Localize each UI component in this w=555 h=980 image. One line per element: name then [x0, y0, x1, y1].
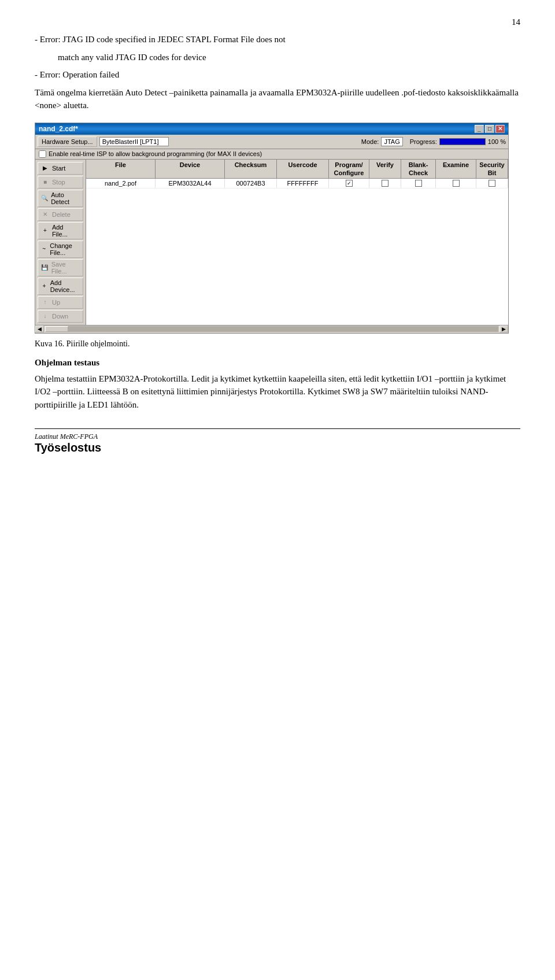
- error-line-3: - Error: Operation failed: [35, 68, 520, 82]
- col-examine: Examine: [436, 160, 476, 179]
- down-label: Down: [52, 313, 68, 320]
- delete-button[interactable]: ✕ Delete: [38, 208, 83, 221]
- mode-value: JTAG: [381, 137, 402, 146]
- cell-file: nand_2.pof: [86, 179, 156, 188]
- auto-detect-icon: 🔍: [40, 194, 49, 203]
- blank-check-checkbox[interactable]: [415, 180, 422, 187]
- page-number: 14: [35, 17, 520, 27]
- progress-bar-container: 100 %: [439, 138, 506, 145]
- table-row: nand_2.pof EPM3032AL44 000724B3 FFFFFFFF…: [86, 179, 508, 188]
- cell-program[interactable]: ✓: [329, 179, 369, 188]
- scroll-thumb[interactable]: [45, 326, 68, 332]
- paragraph-2: Ohjelma testattiin EPM3032A-Protokortill…: [35, 372, 520, 412]
- col-security: Security Bit: [476, 160, 508, 179]
- horizontal-scrollbar[interactable]: ◀ ▶: [35, 325, 508, 333]
- col-device: Device: [156, 160, 225, 179]
- down-icon: ↓: [40, 312, 50, 321]
- cell-security[interactable]: [476, 179, 508, 188]
- up-label: Up: [52, 299, 60, 306]
- main-area: ▶ Start ■ Stop 🔍 Auto Detect ✕ Delete + …: [35, 160, 508, 325]
- change-file-icon: ~: [40, 245, 47, 254]
- add-device-button[interactable]: + Add Device...: [38, 278, 83, 295]
- cell-blank-check[interactable]: [401, 179, 436, 188]
- cell-verify[interactable]: [369, 179, 401, 188]
- col-usercode: Usercode: [277, 160, 329, 179]
- save-file-label: Save File...: [51, 261, 80, 275]
- window-titlebar: nand_2.cdf* _ □ ✕: [35, 123, 508, 135]
- progress-bar: [439, 138, 486, 145]
- hardware-setup-button[interactable]: Hardware Setup...: [38, 136, 97, 147]
- col-checksum: Checksum: [225, 160, 277, 179]
- scroll-track[interactable]: [45, 326, 498, 332]
- progress-value: 100 %: [488, 138, 506, 145]
- add-file-label: Add File...: [52, 224, 80, 238]
- cell-examine[interactable]: [436, 179, 476, 188]
- add-device-icon: +: [40, 282, 48, 291]
- verify-checkbox[interactable]: [382, 180, 388, 187]
- screenshot-window: nand_2.cdf* _ □ ✕ Hardware Setup... Byte…: [35, 123, 509, 334]
- start-button[interactable]: ▶ Start: [38, 162, 83, 175]
- change-file-label: Change File...: [50, 242, 80, 256]
- delete-label: Delete: [52, 211, 71, 218]
- footer-label: Laatinut MeRC-FPGA: [35, 432, 520, 441]
- side-panel: ▶ Start ■ Stop 🔍 Auto Detect ✕ Delete + …: [35, 160, 86, 325]
- change-file-button[interactable]: ~ Change File...: [38, 241, 83, 258]
- cell-device: EPM3032AL44: [156, 179, 225, 188]
- security-checkbox[interactable]: [489, 180, 495, 187]
- scroll-right-button[interactable]: ▶: [500, 326, 508, 332]
- blaster-dropdown[interactable]: ByteBlasterII [LPT1]: [99, 137, 169, 146]
- error-line-1: - Error: JTAG ID code specified in JEDEC…: [35, 33, 520, 46]
- error-line-2: match any valid JTAG ID codes for device: [35, 51, 520, 64]
- toolbar-row: Hardware Setup... ByteBlasterII [LPT1] M…: [35, 135, 508, 149]
- isp-checkbox[interactable]: [39, 150, 46, 158]
- footer-title: Työselostus: [35, 441, 520, 454]
- window-title: nand_2.cdf*: [39, 125, 78, 133]
- stop-label: Stop: [52, 179, 65, 186]
- window-controls[interactable]: _ □ ✕: [475, 125, 505, 133]
- cell-usercode: FFFFFFFF: [277, 179, 329, 188]
- examine-checkbox[interactable]: [453, 180, 460, 187]
- down-button[interactable]: ↓ Down: [38, 310, 83, 323]
- save-file-button[interactable]: 💾 Save File...: [38, 259, 83, 276]
- up-button[interactable]: ↑ Up: [38, 296, 83, 309]
- save-file-icon: 💾: [40, 263, 49, 272]
- stop-icon: ■: [40, 177, 50, 187]
- auto-detect-button[interactable]: 🔍 Auto Detect: [38, 190, 83, 207]
- content-panel: File Device Checksum Usercode Program/ C…: [86, 160, 508, 325]
- minimize-button[interactable]: _: [475, 125, 484, 133]
- close-button[interactable]: ✕: [495, 125, 505, 133]
- cell-checksum: 000724B3: [225, 179, 277, 188]
- col-blank-check: Blank- Check: [401, 160, 436, 179]
- paragraph-1: Tämä ongelma kierretään Auto Detect –pai…: [35, 86, 520, 112]
- scroll-left-button[interactable]: ◀: [35, 326, 44, 332]
- caption: Kuva 16. Piirille ohjelmointi.: [35, 339, 520, 349]
- up-icon: ↑: [40, 298, 50, 307]
- mode-label: Mode:: [361, 138, 379, 145]
- start-icon: ▶: [40, 164, 50, 173]
- isp-label: Enable real-time ISP to allow background…: [49, 150, 262, 157]
- col-file: File: [86, 160, 156, 179]
- auto-detect-label: Auto Detect: [51, 191, 80, 205]
- add-device-label: Add Device...: [50, 279, 80, 293]
- delete-icon: ✕: [40, 210, 50, 219]
- program-checkbox[interactable]: ✓: [346, 180, 353, 187]
- isp-row: Enable real-time ISP to allow background…: [35, 149, 508, 160]
- maximize-button[interactable]: □: [485, 125, 494, 133]
- progress-label: Progress:: [410, 138, 437, 145]
- col-verify: Verify: [369, 160, 401, 179]
- start-label: Start: [52, 165, 65, 172]
- add-file-button[interactable]: + Add File...: [38, 222, 83, 239]
- section-heading: Ohjelman testaus: [35, 358, 520, 368]
- stop-button[interactable]: ■ Stop: [38, 176, 83, 188]
- footer-divider: [35, 428, 520, 429]
- empty-content-area: [86, 188, 508, 258]
- table-header: File Device Checksum Usercode Program/ C…: [86, 160, 508, 179]
- add-file-icon: +: [40, 226, 50, 235]
- col-program: Program/ Configure: [329, 160, 369, 179]
